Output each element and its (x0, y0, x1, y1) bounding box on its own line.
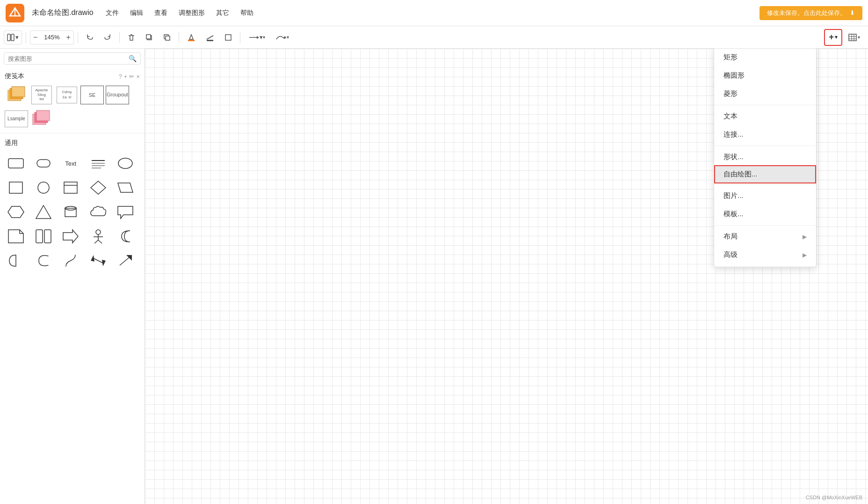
save-label: 修改未保存。点击此处保存。 (767, 9, 846, 17)
arrow-button[interactable]: ▾ ▾ (244, 30, 269, 45)
zoom-in-button[interactable]: + (64, 31, 73, 44)
shape-arrow-right[interactable] (59, 226, 82, 247)
search-input[interactable] (8, 55, 126, 62)
shape-folded[interactable] (5, 226, 27, 247)
shape-text[interactable]: Text (59, 153, 82, 174)
shape-s-curve[interactable] (59, 250, 82, 271)
dropdown-divider-4 (714, 225, 816, 226)
menu-help[interactable]: 帮助 (236, 7, 258, 19)
panel-toggle-arrow: ▾ (15, 34, 19, 41)
layout-arrow-icon: ▶ (803, 234, 807, 240)
divider-4 (179, 32, 179, 43)
scratch-shapes-row2: Lsample (5, 108, 140, 129)
dropdown-item-template[interactable]: 模板... (714, 205, 816, 223)
table-button[interactable]: ▾ (844, 30, 864, 45)
dropdown-image-label: 图片... (723, 191, 744, 200)
dropdown-item-diamond[interactable]: 菱形 (714, 85, 816, 103)
dropdown-template-label: 模板... (723, 210, 744, 219)
shape-square[interactable] (5, 177, 27, 198)
add-button[interactable]: + ▾ (824, 29, 842, 46)
fill-color-button[interactable] (183, 30, 200, 45)
shape-hexagon[interactable] (5, 202, 27, 222)
title-bar: 未命名绘图.drawio 文件 编辑 查看 调整图形 其它 帮助 修改未保存。点… (0, 0, 868, 26)
scratch-pad-header: 便笺本 ? + ✏ × (5, 72, 140, 80)
panel-toggle-button[interactable]: ▾ (4, 30, 22, 44)
shapes-grid-row3 (5, 202, 140, 222)
border-button[interactable] (220, 30, 236, 45)
shape-rounded-rect-sm[interactable] (32, 153, 55, 174)
dropdown-diamond-label: 菱形 (723, 89, 738, 98)
copy-to-back-button[interactable] (159, 30, 175, 45)
scratch-shape-5[interactable]: Groupout (106, 84, 129, 105)
shape-c-shape[interactable] (32, 250, 55, 271)
copy-front-icon (145, 34, 153, 41)
app-title: 未命名绘图.drawio (32, 8, 94, 18)
shape-rounded-rect[interactable] (5, 153, 27, 174)
fill-color-icon (187, 34, 195, 41)
scratch-shape-6[interactable]: Lsample (5, 108, 28, 129)
shape-rect-border[interactable] (59, 177, 82, 198)
shape-arrow-up-right[interactable] (114, 250, 137, 271)
zoom-level[interactable]: 145% (40, 34, 63, 41)
shape-parallelogram[interactable] (114, 177, 137, 198)
menu-other[interactable]: 其它 (211, 7, 234, 19)
divider-2 (78, 32, 78, 43)
menu-edit[interactable]: 编辑 (125, 7, 148, 19)
line-color-button[interactable] (202, 30, 218, 45)
curve-dropdown: ▾ (287, 35, 289, 40)
redo-button[interactable] (100, 30, 116, 45)
shape-speech-bubble[interactable] (114, 202, 137, 222)
table-icon (848, 34, 857, 41)
curve-button[interactable]: ▾ (271, 30, 293, 45)
shape-person[interactable] (87, 226, 109, 247)
scratch-pad-label: 便笺本 (5, 72, 24, 80)
scratch-shape-2[interactable]: Apache Slingbd (30, 84, 53, 105)
svg-marker-56 (126, 255, 132, 261)
dropdown-item-shape[interactable]: 形状... (714, 148, 816, 166)
zoom-out-button[interactable]: − (30, 31, 40, 44)
svg-line-51 (98, 240, 102, 243)
scratch-close-icon[interactable]: × (136, 73, 140, 80)
dropdown-item-layout[interactable]: 布局 ▶ (714, 227, 816, 246)
svg-rect-7 (166, 36, 170, 40)
scratch-edit-icon[interactable]: ✏ (129, 73, 134, 80)
dropdown-item-image[interactable]: 图片... (714, 187, 816, 205)
add-dropdown-arrow: ▾ (835, 34, 838, 40)
shape-double-arrow[interactable] (87, 250, 109, 271)
menu-view[interactable]: 查看 (150, 7, 172, 19)
menu-file[interactable]: 文件 (101, 7, 123, 19)
svg-rect-11 (225, 35, 231, 40)
shape-circle[interactable] (32, 177, 55, 198)
dropdown-item-ellipse[interactable]: 椭圆形 (714, 66, 816, 85)
scratch-shape-1[interactable] (5, 84, 28, 105)
divider-5 (240, 32, 240, 43)
dropdown-item-text[interactable]: 文本 (714, 107, 816, 125)
menu-bar: 文件 编辑 查看 调整图形 其它 帮助 (101, 7, 258, 19)
canvas-area[interactable]: 矩形 椭圆形 菱形 文本 连接... 形状... 自由绘图... (145, 49, 868, 504)
shape-heading[interactable] (87, 153, 109, 174)
shape-ellipse[interactable] (114, 153, 137, 174)
save-button[interactable]: 修改未保存。点击此处保存。 ⬇ (760, 6, 862, 20)
general-section-title: 通用 (5, 137, 140, 149)
shape-d-shape[interactable] (5, 250, 27, 271)
shape-diamond[interactable] (87, 177, 109, 198)
table-dropdown-arrow: ▾ (858, 35, 860, 40)
shape-cloud[interactable] (87, 202, 109, 222)
menu-adjust[interactable]: 调整图形 (174, 7, 210, 19)
dropdown-item-rect[interactable]: 矩形 (714, 49, 816, 66)
scratch-shape-3[interactable]: Cdmy 1a. s! (55, 84, 79, 105)
scratch-shape-4[interactable]: SE (80, 84, 104, 105)
shape-cylinder[interactable] (59, 202, 82, 222)
dropdown-item-freedraw[interactable]: 自由绘图... (714, 165, 816, 183)
undo-button[interactable] (82, 30, 98, 45)
scratch-shape-7[interactable] (30, 108, 53, 129)
shape-triangle[interactable] (32, 202, 55, 222)
scratch-help-icon[interactable]: ? (119, 73, 122, 80)
dropdown-item-connect[interactable]: 连接... (714, 125, 816, 144)
copy-to-front-button[interactable] (141, 30, 157, 45)
dropdown-item-advanced[interactable]: 高级 ▶ (714, 246, 816, 264)
shape-crescent[interactable] (114, 226, 137, 247)
delete-button[interactable] (123, 30, 139, 45)
shape-rounded-square[interactable] (32, 226, 55, 247)
scratch-add-icon[interactable]: + (124, 73, 128, 80)
